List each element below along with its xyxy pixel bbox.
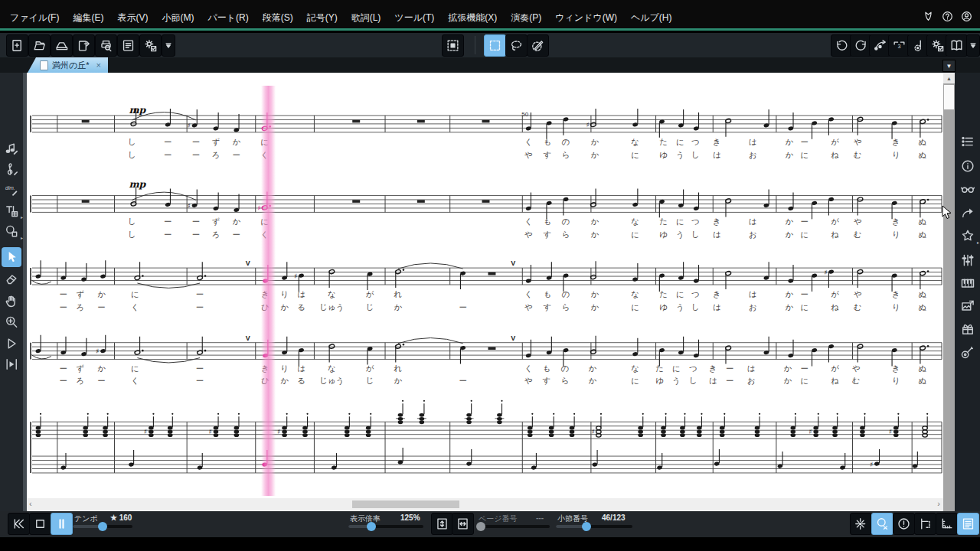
tab-score-document[interactable]: 満州の丘* ×	[28, 57, 108, 73]
rewind-start-button[interactable]	[8, 513, 30, 535]
lyric-syllable: に	[631, 302, 639, 311]
tool-dynamics-edit[interactable]: dim.	[2, 180, 21, 200]
menu-item-6[interactable]: 段落(S)	[256, 10, 300, 26]
menu-item-13[interactable]: ヘルプ(H)	[624, 10, 679, 26]
print-preview-button[interactable]	[95, 34, 117, 57]
print-preview-icon	[99, 38, 113, 53]
menu-item-7[interactable]: 記号(Y)	[300, 10, 345, 26]
panel-gift[interactable]	[958, 319, 978, 339]
menu-item-11[interactable]: 演奏(P)	[504, 10, 548, 26]
tab-close-icon[interactable]: ×	[96, 60, 101, 70]
help-button[interactable]	[941, 10, 955, 24]
dynamic-marking: mp	[129, 178, 146, 190]
tool-note-edit[interactable]	[2, 139, 21, 158]
zoom-slider[interactable]	[348, 525, 423, 528]
menu-item-5[interactable]: パート(R)	[201, 10, 255, 26]
tool-play-selection[interactable]	[2, 354, 21, 374]
tempo-slider-knob[interactable]	[98, 522, 107, 531]
measure-slider[interactable]	[556, 525, 632, 528]
menu-item-12[interactable]: ウィンドウ(W)	[548, 10, 624, 26]
save-as-button[interactable]	[73, 34, 95, 57]
rect-select-button[interactable]	[484, 34, 506, 57]
measure-slider-knob[interactable]	[582, 522, 591, 531]
tool-play[interactable]	[2, 334, 21, 354]
page-view-button[interactable]	[946, 34, 968, 57]
ruler-button[interactable]	[936, 513, 958, 535]
menu-item-2[interactable]: 編集(E)	[66, 10, 110, 26]
zoom-label: 表示倍率	[350, 514, 381, 524]
menu-item-10[interactable]: 拡張機能(X)	[441, 10, 504, 26]
side-panel-button[interactable]	[957, 513, 979, 535]
menu-item-1[interactable]: ファイル(F)	[3, 10, 66, 26]
tool-hand-pan[interactable]	[2, 291, 21, 311]
scroll-right-icon[interactable]: ›	[937, 499, 940, 508]
window-list-button[interactable]: ▼	[942, 60, 956, 72]
page-slider[interactable]	[477, 525, 550, 528]
scroll-left-icon[interactable]: ‹	[29, 499, 32, 508]
open-folder-button[interactable]	[28, 34, 51, 57]
lyric-syllable: ぬ	[919, 289, 927, 298]
menu-item-4[interactable]: 小節(M)	[155, 10, 201, 26]
menu-item-9[interactable]: ツール(T)	[387, 10, 441, 26]
panel-guitar[interactable]	[958, 342, 978, 362]
panel-mixer[interactable]	[958, 250, 978, 270]
score-page[interactable]: ♯♯♯♯♯♯♯♯♯♯♯♯♯♯しーーずかにくものかなたにつきはかーがやきぬしーーろ…	[23, 73, 943, 511]
zoom-slider-knob[interactable]	[367, 522, 376, 531]
scroll-up-icon[interactable]: ▲	[943, 73, 955, 83]
hide-marks-button[interactable]	[871, 513, 893, 535]
fit-width-button[interactable]	[452, 513, 474, 535]
lyric-syllable: に	[676, 217, 684, 226]
tool-eraser[interactable]	[2, 269, 21, 289]
layout-guides-button[interactable]	[914, 513, 936, 535]
panel-info[interactable]	[958, 156, 978, 176]
panel-piano-keyboard[interactable]	[958, 273, 978, 293]
panel-favorites-star[interactable]: ▸	[958, 226, 978, 246]
panel-image-export[interactable]	[958, 296, 978, 316]
lyric-syllable: じゅう	[319, 376, 344, 386]
save-as-icon	[77, 38, 91, 53]
lyric-syllable: に	[676, 137, 684, 146]
horizontal-scrollbar[interactable]: ‹ ›	[27, 498, 943, 510]
menu-item-3[interactable]: 表示(V)	[110, 10, 155, 26]
scan-button[interactable]	[51, 34, 73, 57]
tool-shape-edit[interactable]: ▸	[2, 221, 21, 241]
warnings-icon	[897, 517, 911, 531]
menu-item-8[interactable]: 歌詞(L)	[345, 10, 388, 26]
tool-clef-edit[interactable]	[2, 159, 21, 179]
side-panel-icon	[961, 517, 975, 531]
account-button[interactable]	[960, 10, 974, 24]
warnings-button[interactable]	[893, 513, 915, 535]
lyric-syllable: も	[544, 289, 552, 298]
lasso-select-button[interactable]	[505, 34, 528, 57]
score-properties-button[interactable]	[117, 34, 139, 57]
panel-parts-list[interactable]	[958, 132, 978, 152]
lyric-syllable: り	[280, 289, 289, 298]
hscroll-thumb[interactable]	[352, 500, 459, 508]
new-document-button[interactable]	[6, 34, 28, 57]
tool-zoom-in[interactable]	[2, 312, 21, 332]
beginner-mark-button[interactable]	[922, 10, 936, 24]
lyric-syllable: に	[631, 150, 639, 159]
stop-button[interactable]	[29, 513, 51, 535]
fit-page-button[interactable]	[431, 513, 453, 535]
color-notes-button[interactable]	[850, 513, 872, 535]
vertical-scrollbar[interactable]: ▲	[943, 73, 955, 511]
dropdown-button[interactable]	[162, 34, 175, 57]
pause-button[interactable]	[51, 513, 73, 535]
panel-proof-glasses[interactable]	[958, 179, 978, 199]
shape-edit-icon	[4, 223, 19, 239]
vscroll-thumb[interactable]	[944, 85, 954, 109]
brush-select-button[interactable]	[527, 34, 549, 57]
lyric-syllable: ー	[196, 302, 204, 311]
dropdown-button[interactable]	[966, 34, 980, 57]
lyric-syllable: か	[784, 364, 792, 373]
page-slider-knob[interactable]	[476, 522, 485, 531]
panel-share-arrow[interactable]	[958, 203, 978, 223]
settings-check-button[interactable]	[139, 34, 162, 57]
tool-lyrics-edit[interactable]: ▸	[2, 201, 21, 220]
lyric-syllable: し	[691, 150, 700, 159]
tempo-slider[interactable]	[73, 525, 132, 528]
breath-mark: V	[511, 334, 515, 342]
tool-select-cursor[interactable]	[2, 247, 21, 267]
region-select-button[interactable]	[442, 34, 464, 57]
